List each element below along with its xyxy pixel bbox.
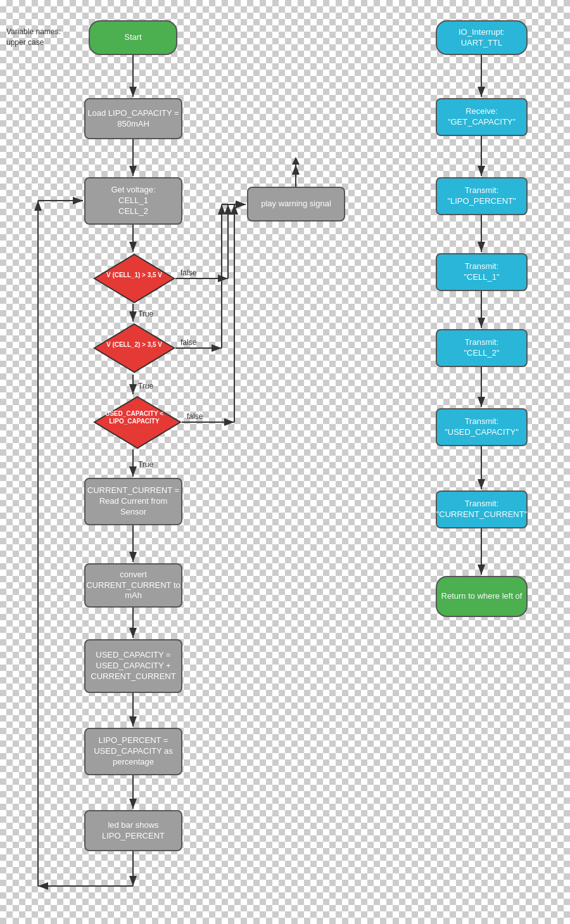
svg-text:True: True: [138, 382, 154, 390]
transmit-cell1-node: Transmit: "CELL_1": [436, 253, 528, 291]
transmit-used-node: Transmit: "USED_CAPACITY": [436, 408, 528, 446]
led-bar-node: led bar shows LIPO_PERCENT: [84, 810, 182, 851]
start-node: Start: [89, 20, 177, 55]
io-interrupt-node: IO_Interrupt: UART_TTL: [436, 20, 528, 55]
play-warning-node: play warning signal: [247, 187, 345, 222]
used-capacity-node: USED_CAPACITY = USED_CAPACITY + CURRENT_…: [84, 639, 182, 693]
load-lipo-node: Load LIPO_CAPACITY = 850mAH: [84, 98, 182, 139]
transmit-lipo-node: Transmit: "LIPO_PERCENT": [436, 177, 528, 215]
svg-text:false: false: [180, 268, 197, 277]
transmit-cell2-node: Transmit: "CELL_2": [436, 329, 528, 367]
read-current-node: CURRENT_CURRENT = Read Current from Sens…: [84, 478, 182, 525]
transmit-current-node: Transmit: "CURRENT_CURRENT": [436, 490, 528, 528]
decision1-node: V (CELL_1) > 3,5 V: [93, 253, 175, 297]
receive-node: Receive: "GET_CAPACITY": [436, 98, 528, 136]
svg-marker-34: [292, 157, 300, 165]
decision2-node: V (CELL_2) > 3,5 V: [93, 323, 175, 367]
convert-current-node: convert CURRENT_CURRENT to mAh: [84, 563, 182, 608]
variable-note: Variable names: upper case: [6, 27, 61, 48]
get-voltage-node: Get voltage: CELL_1 CELL_2: [84, 177, 182, 225]
svg-text:True: True: [138, 460, 154, 469]
arrows-svg: True True True false false: [0, 0, 570, 924]
flowchart: Variable names: upper case Start Load LI…: [0, 0, 570, 924]
return-node: Return to where left of: [436, 576, 528, 617]
lipo-percent-node: LIPO_PERCENT = USED_CAPACITY as percenta…: [84, 728, 182, 775]
svg-text:false: false: [187, 412, 203, 421]
svg-text:false: false: [180, 338, 197, 347]
svg-text:True: True: [138, 309, 154, 318]
decision3-node: USED_CAPACITY < LIPO_CAPACITY: [93, 396, 175, 440]
